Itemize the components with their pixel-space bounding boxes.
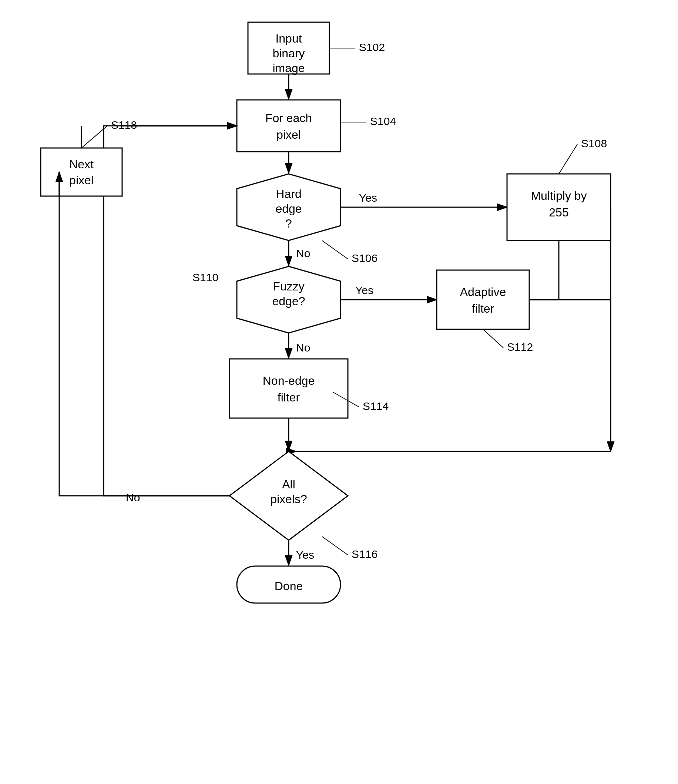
yes-label-fuzzyedge: Yes [355,284,373,296]
for-each-pixel-text2: pixel [276,128,301,142]
adaptive-filter-text2: filter [472,302,494,315]
fuzzy-edge-text2: edge? [273,294,305,308]
s112-label: S112 [507,341,533,353]
s102-label: S102 [359,41,385,53]
s116-line [322,537,348,555]
yes-label-allpixels: Yes [296,549,314,561]
for-each-pixel-text1: For each [265,111,312,125]
arrow-adaptive-to-merge [529,300,611,451]
hard-edge-text2: edge [275,202,302,215]
s106-line [322,241,348,259]
input-binary-image-text3: image [273,61,305,75]
multiply-by-255-text1: Multiply by [531,189,587,202]
no-label-allpixels: No [126,492,140,504]
next-pixel-box [41,148,122,196]
arrow-multiply-down [529,241,559,300]
adaptive-filter-text1: Adaptive [460,285,506,299]
hard-edge-text3: ? [285,217,292,230]
adaptive-filter-box [437,270,529,329]
done-text: Done [274,579,303,593]
yes-label-hardedge: Yes [359,192,377,204]
s112-line [483,329,503,348]
arrow-no-loop [104,126,237,496]
hard-edge-text1: Hard [276,187,301,201]
input-binary-image-text2: binary [273,47,305,60]
s104-label: S104 [370,115,396,127]
s114-label: S114 [363,400,389,412]
non-edge-filter-text2: filter [277,391,300,404]
non-edge-filter-box [229,359,348,418]
no-label-hardedge: No [296,247,310,259]
s118-label: S118 [111,119,137,131]
no-label-fuzzyedge: No [296,342,310,354]
flowchart: Input binary image S102 For each pixel S… [0,0,678,784]
non-edge-filter-text1: Non-edge [263,374,315,387]
next-pixel-text2: pixel [69,174,94,187]
next-pixel-text1: Next [69,158,94,171]
all-pixels-text1: All [282,478,295,491]
fuzzy-edge-text1: Fuzzy [273,280,304,293]
input-binary-image-text: Input [275,32,302,45]
for-each-pixel-box [237,100,340,152]
all-pixels-text2: pixels? [270,492,307,506]
s106-label: S106 [352,252,377,264]
s110-label: S110 [192,271,218,283]
multiply-by-255-text2: 255 [549,206,569,219]
s108-label: S108 [581,137,607,149]
s108-line [559,144,577,174]
s116-label: S116 [352,548,377,560]
